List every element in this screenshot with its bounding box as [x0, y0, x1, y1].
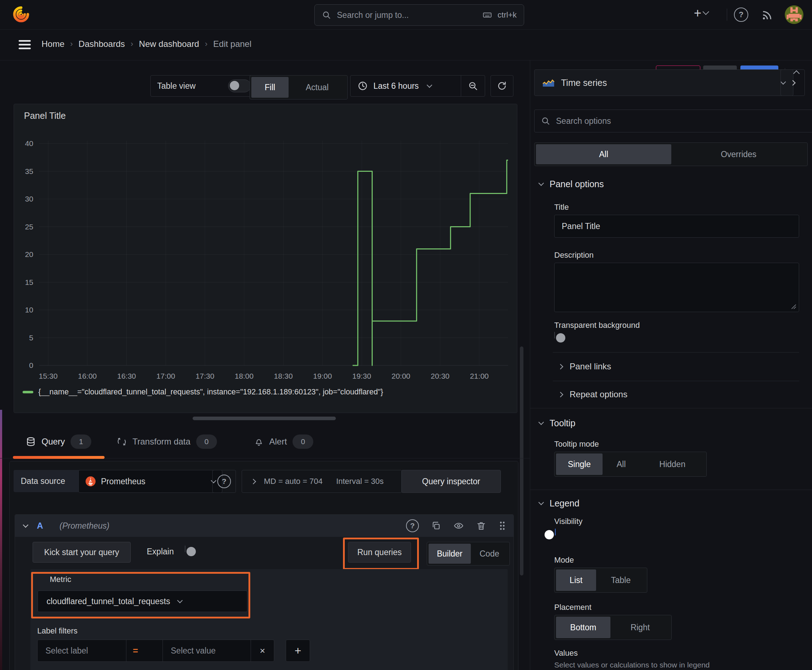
query-help-icon[interactable]: ? — [406, 519, 419, 532]
new-menu-button[interactable]: + — [694, 7, 708, 20]
tab-overrides[interactable]: Overrides — [671, 144, 806, 164]
collapse-query-chevron[interactable] — [23, 522, 29, 528]
zoom-out-button[interactable] — [461, 76, 485, 96]
legend-item[interactable]: {__name__="cloudflared_tunnel_total_requ… — [22, 387, 383, 397]
options-search[interactable] — [534, 110, 812, 132]
kickstart-query-button[interactable]: Kick start your query — [32, 542, 131, 563]
x-tick-label: 18:00 — [230, 372, 258, 381]
x-tick-label: 20:30 — [425, 372, 454, 381]
global-search[interactable]: ctrl+k — [314, 4, 524, 26]
repeat-options-section[interactable]: Repeat options — [559, 389, 627, 399]
run-queries-button[interactable]: Run queries — [348, 542, 411, 563]
visibility-label: Visibility — [554, 517, 583, 526]
legend-visibility-toggle[interactable] — [555, 529, 556, 535]
tab-query-label: Query — [42, 437, 65, 447]
news-button[interactable] — [760, 7, 775, 22]
metric-select[interactable]: cloudflared_tunnel_total_requests — [37, 590, 247, 612]
legend-section[interactable]: Legend — [539, 498, 579, 509]
panel-resize-handle[interactable] — [193, 416, 336, 420]
zoom-out-icon — [468, 81, 478, 91]
datasource-name: Prometheus — [101, 477, 145, 486]
options-search-input[interactable] — [555, 116, 811, 126]
plus-icon: + — [694, 7, 701, 20]
tab-all[interactable]: All — [536, 144, 671, 164]
scrollbar-thumb[interactable] — [520, 347, 524, 575]
legend-list-option[interactable]: List — [556, 569, 596, 591]
search-input[interactable] — [336, 10, 477, 20]
breadcrumb-dashboards[interactable]: Dashboards — [78, 39, 125, 49]
tooltip-all-option[interactable]: All — [603, 453, 640, 475]
values-label: Values — [554, 648, 578, 658]
max-data-points: MD = auto = 704 — [264, 477, 322, 486]
chevron-down-icon — [702, 8, 709, 15]
placement-bottom-option[interactable]: Bottom — [556, 617, 610, 638]
x-tick-label: 19:00 — [308, 372, 337, 381]
time-series-chart[interactable] — [39, 139, 508, 367]
chevron-down-icon — [539, 420, 544, 425]
explain-toggle[interactable] — [185, 545, 185, 552]
breadcrumb-home[interactable]: Home — [42, 39, 64, 49]
tooltip-section[interactable]: Tooltip — [539, 418, 575, 428]
repeat-options-label: Repeat options — [570, 389, 627, 399]
x-tick-label: 16:30 — [112, 372, 141, 381]
operator-value: = — [133, 646, 138, 656]
panel-links-section[interactable]: Panel links — [559, 362, 611, 372]
tooltip-hidden-option[interactable]: Hidden — [640, 453, 705, 475]
sidebar-divider — [530, 60, 530, 670]
y-tick-label: 20 — [14, 250, 33, 259]
breadcrumb-new-dashboard[interactable]: New dashboard — [139, 39, 199, 49]
query-inspector-button[interactable]: Query inspector — [401, 470, 501, 493]
interval-value: Interval = 30s — [336, 477, 384, 486]
fill-option[interactable]: Fill — [251, 77, 288, 98]
values-description: Select values or calculations to show in… — [554, 661, 798, 669]
datasource-picker[interactable]: Prometheus — [78, 470, 222, 493]
legend-table-option[interactable]: Table — [596, 569, 646, 591]
actual-option[interactable]: Actual — [288, 77, 346, 98]
x-axis-labels: 15:3016:0016:3017:0017:3018:0018:3019:00… — [39, 372, 508, 382]
menu-toggle[interactable] — [19, 40, 31, 49]
panel-options-section[interactable]: Panel options — [539, 179, 604, 189]
visualization-picker[interactable]: Time series — [534, 69, 793, 96]
transparent-bg-toggle[interactable] — [554, 332, 555, 338]
datasource-help-button[interactable]: ? — [212, 470, 236, 493]
trash-icon[interactable] — [476, 521, 486, 531]
refresh-button[interactable] — [490, 75, 514, 96]
query-row-header[interactable]: A (Prometheus) ? — [15, 515, 514, 537]
table-view-toggle[interactable] — [228, 80, 251, 92]
builder-option[interactable]: Builder — [429, 544, 471, 564]
question-icon: ? — [217, 475, 231, 488]
code-option[interactable]: Code — [471, 544, 508, 564]
avatar[interactable] — [785, 5, 804, 24]
remove-filter-button[interactable]: × — [251, 640, 274, 662]
tab-alert-count: 0 — [293, 435, 313, 449]
legend-heading: Legend — [549, 498, 579, 509]
tab-alert[interactable]: Alert 0 — [254, 435, 313, 449]
tab-transform[interactable]: Transform data 0 — [117, 435, 217, 449]
toggle-options-pane-button[interactable] — [780, 69, 805, 96]
top-nav: ctrl+k + ? — [0, 0, 812, 30]
drag-handle-icon[interactable] — [498, 520, 506, 531]
x-tick-label: 15:30 — [34, 372, 63, 381]
question-icon: ? — [734, 7, 748, 22]
duplicate-icon[interactable] — [431, 521, 441, 531]
help-button[interactable]: ? — [733, 7, 749, 22]
legend-swatch — [22, 391, 33, 393]
resize-handle-icon[interactable] — [790, 303, 797, 310]
panel-title-input[interactable] — [554, 215, 799, 238]
eye-icon[interactable] — [453, 521, 464, 531]
tab-query[interactable]: Query 1 — [26, 435, 91, 449]
x-tick-label: 21:00 — [465, 372, 494, 381]
add-filter-button[interactable]: + — [286, 640, 310, 662]
panel-title: Panel Title — [24, 111, 66, 121]
expand-options-chevron[interactable] — [251, 479, 256, 484]
time-range-button[interactable]: Last 6 hours — [351, 81, 461, 91]
chart-panel: Panel Title 0510152025303540 15:3016:001… — [14, 104, 517, 413]
breadcrumb-bar: Home › Dashboards › New dashboard › Edit… — [0, 29, 812, 61]
grafana-logo[interactable] — [12, 5, 30, 24]
y-tick-label: 10 — [14, 306, 33, 314]
section-divider — [530, 408, 812, 408]
placement-label: Placement — [554, 603, 592, 612]
tooltip-single-option[interactable]: Single — [556, 453, 603, 475]
description-textarea[interactable] — [554, 263, 799, 312]
placement-right-option[interactable]: Right — [610, 617, 670, 638]
